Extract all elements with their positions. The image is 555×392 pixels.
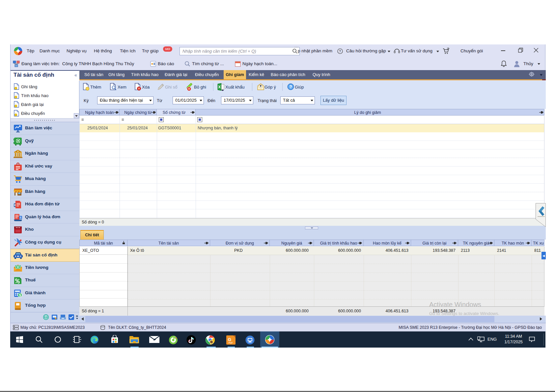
svg-text:PDF: PDF (229, 342, 233, 344)
svg-text:G: G (228, 337, 231, 342)
svg-text:?: ? (339, 49, 341, 53)
svg-text:$: $ (19, 293, 21, 297)
svg-text:?: ? (290, 85, 292, 89)
